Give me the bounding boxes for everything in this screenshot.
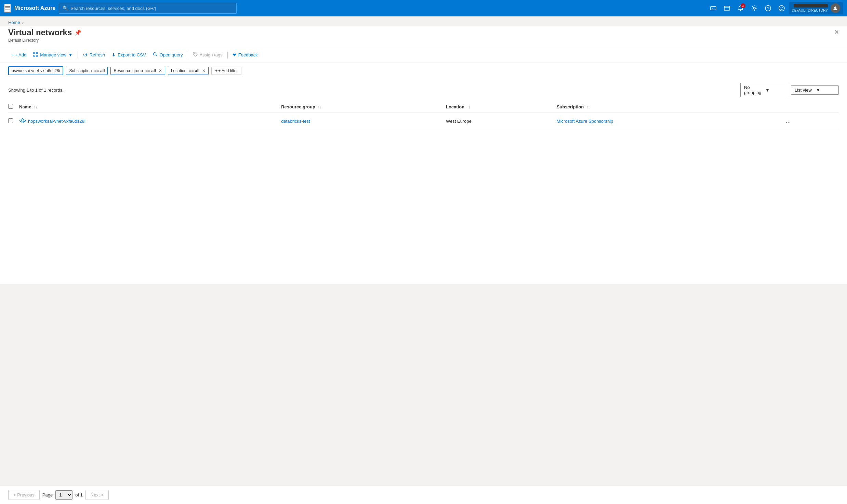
records-bar: Showing 1 to 1 of 1 records. No grouping…: [8, 83, 839, 97]
resource-group-filter-close[interactable]: ✕: [159, 68, 162, 73]
svg-point-19: [24, 120, 26, 121]
svg-point-9: [782, 8, 783, 8]
grouping-dropdown[interactable]: No grouping ▼: [740, 83, 788, 97]
hamburger-menu[interactable]: ☰: [4, 4, 11, 13]
feedback-smiley-button[interactable]: [776, 2, 788, 14]
account-menu[interactable]: DEFAULT DIRECTORY: [789, 2, 843, 14]
col-name[interactable]: Name ↑↓: [19, 101, 281, 113]
name-filter-chip[interactable]: psworksai-vnet-vxfa6ds28i: [8, 66, 63, 75]
toolbar-separator-1: [78, 52, 78, 58]
open-query-button[interactable]: Open query: [149, 50, 186, 60]
assign-tags-icon: [193, 52, 198, 58]
location-cell: West Europe: [446, 113, 557, 129]
svg-point-4: [753, 7, 755, 9]
col-location[interactable]: Location ↑↓: [446, 101, 557, 113]
manage-view-chevron: ▼: [68, 52, 73, 57]
resource-group-link[interactable]: databricks-test: [281, 119, 310, 124]
manage-view-icon: [33, 52, 38, 58]
svg-point-17: [20, 120, 22, 121]
svg-rect-13: [36, 52, 38, 54]
breadcrumb: Home ›: [0, 16, 847, 26]
location-filter-close[interactable]: ✕: [202, 68, 206, 73]
svg-point-16: [194, 53, 195, 54]
svg-line-21: [21, 120, 22, 120]
toolbar-separator-2: [188, 52, 188, 58]
nav-icons: >_ 3 ? DEFAULT DIRECTORY: [707, 2, 843, 14]
top-navigation: ☰ Microsoft Azure 🔍 >_ 3 ? DEFAULT DIREC…: [0, 0, 847, 16]
col-resource-group[interactable]: Resource group ↑↓: [281, 101, 446, 113]
add-filter-icon: +: [215, 68, 217, 73]
name-filter-value: psworksai-vnet-vxfa6ds28i: [12, 68, 60, 73]
view-dropdown[interactable]: List view ▼: [791, 85, 839, 95]
col-subscription[interactable]: Subscription ↑↓: [557, 101, 783, 113]
view-chevron: ▼: [816, 88, 835, 93]
row-checkbox[interactable]: [8, 118, 13, 123]
page-title: Virtual networks: [8, 28, 72, 37]
svg-line-23: [21, 121, 22, 121]
breadcrumb-separator: ›: [22, 20, 24, 25]
resource-group-filter-label: Resource group: [114, 68, 143, 73]
resource-group-sort-icon: ↑↓: [318, 105, 321, 109]
avatar: [831, 3, 840, 13]
account-directory: DEFAULT DIRECTORY: [792, 9, 828, 12]
refresh-button[interactable]: Refresh: [79, 50, 109, 60]
brand-logo: Microsoft Azure: [14, 5, 55, 11]
svg-rect-2: [724, 6, 730, 10]
settings-button[interactable]: [748, 2, 760, 14]
directory-button[interactable]: [721, 2, 733, 14]
resources-table: Name ↑↓ Resource group ↑↓ Location ↑↓ Su…: [8, 101, 839, 129]
select-all-checkbox[interactable]: [8, 104, 13, 109]
grouping-chevron: ▼: [765, 88, 784, 93]
svg-rect-11: [34, 52, 35, 54]
manage-view-button[interactable]: Manage view ▼: [30, 50, 76, 60]
subscription-filter-chip[interactable]: Subscription == all: [66, 67, 108, 75]
search-input[interactable]: [70, 6, 233, 11]
table-row: hopsworksai-vnet-vxfa6ds28i databricks-t…: [8, 113, 839, 129]
export-csv-button[interactable]: ⬇ Export to CSV: [108, 50, 149, 59]
search-bar[interactable]: 🔍: [59, 3, 237, 14]
add-icon: +: [12, 52, 14, 57]
location-filter-label: Location: [171, 68, 186, 73]
account-name: [794, 4, 828, 8]
svg-text:?: ?: [767, 6, 769, 10]
add-button[interactable]: + + Add: [8, 50, 30, 59]
svg-point-7: [779, 5, 784, 11]
svg-line-22: [23, 120, 24, 120]
close-button[interactable]: ×: [834, 28, 839, 37]
subscription-filter-label: Subscription: [69, 68, 92, 73]
resource-group-filter-chip[interactable]: Resource group == all ✕: [110, 67, 165, 75]
svg-rect-12: [34, 55, 35, 56]
notification-badge: 3: [741, 3, 745, 8]
svg-text:>_: >_: [712, 7, 715, 10]
breadcrumb-home[interactable]: Home: [8, 20, 20, 25]
svg-point-3: [740, 10, 741, 11]
name-sort-icon: ↑↓: [34, 105, 37, 109]
toolbar: + + Add Manage view ▼ Refresh ⬇ Export t…: [0, 47, 847, 63]
svg-point-8: [780, 8, 781, 8]
toolbar-separator-3: [227, 52, 228, 58]
svg-line-24: [23, 121, 24, 121]
notifications-button[interactable]: 3: [734, 2, 747, 14]
view-controls: No grouping ▼ List view ▼: [740, 83, 839, 97]
records-count: Showing 1 to 1 of 1 records.: [8, 88, 64, 93]
vnet-icon: [19, 118, 26, 124]
page-subtitle: Default Directory: [8, 38, 81, 43]
svg-point-15: [153, 53, 156, 55]
refresh-icon: [83, 52, 88, 58]
content-area: Showing 1 to 1 of 1 records. No grouping…: [0, 79, 847, 284]
svg-rect-14: [36, 55, 38, 56]
feedback-icon: ❤: [233, 52, 236, 57]
location-sort-icon: ↑↓: [467, 105, 471, 109]
pin-icon[interactable]: 📌: [75, 29, 81, 36]
row-more-button[interactable]: …: [783, 117, 794, 125]
help-button[interactable]: ?: [762, 2, 774, 14]
open-query-icon: [153, 52, 158, 58]
add-filter-button[interactable]: + + Add filter: [211, 67, 241, 75]
feedback-button[interactable]: ❤ Feedback: [229, 50, 261, 59]
filter-bar: psworksai-vnet-vxfa6ds28i Subscription =…: [0, 63, 847, 79]
cloud-shell-button[interactable]: >_: [707, 2, 719, 14]
assign-tags-button[interactable]: Assign tags: [189, 50, 226, 60]
location-filter-chip[interactable]: Location == all ✕: [168, 67, 209, 75]
subscription-link[interactable]: Microsoft Azure Sponsorship: [557, 119, 613, 124]
resource-name-link[interactable]: hopsworksai-vnet-vxfa6ds28i: [28, 119, 85, 124]
